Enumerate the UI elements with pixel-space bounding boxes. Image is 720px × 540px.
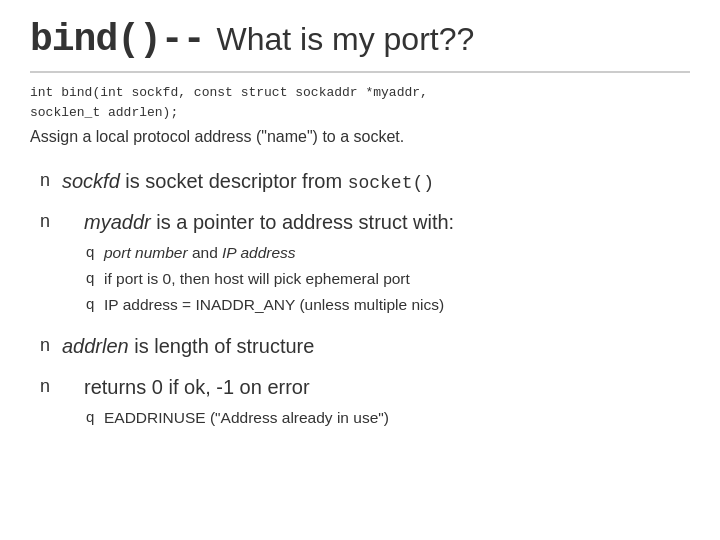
bullet-4-sub-bullets: q EADDRINUSE ("Address already in use") [86, 407, 690, 429]
bullet-4: n returns 0 if ok, -1 on error q EADDRIN… [40, 374, 690, 433]
content: n sockfd is socket descriptor from socke… [30, 168, 690, 433]
sub-bullet-2-3: q IP address = INADDR_ANY (unless multip… [86, 294, 690, 316]
title-text: What is my port?? [216, 21, 474, 58]
sub-bullet-2-1-text: port number and IP address [104, 242, 296, 264]
slide: bind()-- What is my port?? int bind(int … [0, 0, 720, 540]
bullet-2-text: myaddr is a pointer to address struct wi… [84, 209, 690, 236]
bullet-2-content: myaddr is a pointer to address struct wi… [62, 209, 690, 319]
sub-bullet-2-2: q if port is 0, then host will pick ephe… [86, 268, 690, 290]
sub-bullet-2-1-marker: q [86, 243, 104, 260]
description: Assign a local protocol address ("name")… [30, 128, 690, 146]
sub-bullet-2-2-text: if port is 0, then host will pick epheme… [104, 268, 410, 290]
bullet-4-content: returns 0 if ok, -1 on error q EADDRINUS… [62, 374, 690, 433]
sub-bullet-2-3-text: IP address = INADDR_ANY (unless multiple… [104, 294, 444, 316]
bullet-2: n myaddr is a pointer to address struct … [40, 209, 690, 319]
bullet-3-marker: n [40, 335, 62, 356]
bullet-2-sub-bullets: q port number and IP address q if port i… [86, 242, 690, 315]
subtitle-line2: socklen_t addrlen); [30, 103, 690, 123]
bullet-1-marker: n [40, 170, 62, 191]
sub-bullet-4-1: q EADDRINUSE ("Address already in use") [86, 407, 690, 429]
addrlen-italic: addrlen [62, 335, 129, 357]
myaddr-italic: myaddr [84, 211, 151, 233]
subtitle: int bind(int sockfd, const struct sockad… [30, 83, 690, 122]
bullet-3: n addrlen is length of structure [40, 333, 690, 360]
bullet-4-marker: n [40, 376, 62, 397]
bullet-2-marker: n [40, 211, 62, 232]
bullet-1-text: sockfd is socket descriptor from socket(… [62, 168, 434, 195]
sub-bullet-4-1-text: EADDRINUSE ("Address already in use") [104, 407, 389, 429]
title-code: bind()-- [30, 18, 204, 61]
bullet-4-text: returns 0 if ok, -1 on error [84, 374, 690, 401]
bullet-3-text: addrlen is length of structure [62, 333, 314, 360]
sockfd-italic: sockfd [62, 170, 120, 192]
sub-bullet-2-1: q port number and IP address [86, 242, 690, 264]
sub-bullet-2-2-marker: q [86, 269, 104, 286]
bullet-1: n sockfd is socket descriptor from socke… [40, 168, 690, 195]
slide-header: bind()-- What is my port?? [30, 18, 690, 73]
subtitle-line1: int bind(int sockfd, const struct sockad… [30, 83, 690, 103]
socket-code: socket() [348, 173, 434, 193]
sub-bullet-4-1-marker: q [86, 408, 104, 425]
sub-bullet-2-3-marker: q [86, 295, 104, 312]
